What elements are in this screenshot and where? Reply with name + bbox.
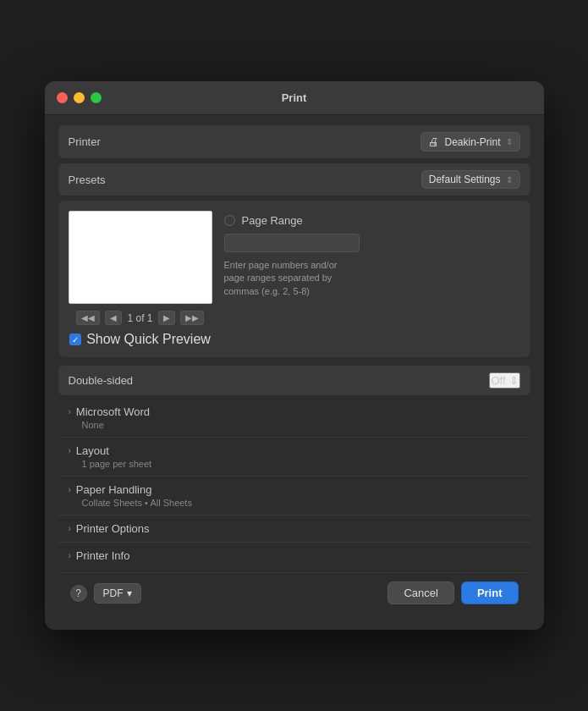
layout-section: › Layout 1 page per sheet bbox=[58, 438, 530, 477]
double-sided-label: Double-sided bbox=[69, 374, 134, 387]
quick-preview-checkbox[interactable]: ✓ bbox=[69, 333, 81, 345]
bottom-right: Cancel Print bbox=[387, 581, 518, 604]
printer-info-chevron-icon: › bbox=[69, 551, 71, 560]
microsoft-word-header[interactable]: › Microsoft Word bbox=[69, 405, 520, 418]
printer-options-chevron-icon: › bbox=[69, 524, 71, 533]
printer-options-header[interactable]: › Printer Options bbox=[69, 522, 520, 535]
printer-select[interactable]: 🖨 Deakin-Print ⇕ bbox=[420, 132, 519, 152]
preview-section: ◀◀ ◀ 1 of 1 ▶ ▶▶ ✓ Show Quick Preview Pa… bbox=[58, 201, 530, 357]
printer-label: Printer bbox=[69, 135, 101, 148]
titlebar: Print bbox=[45, 81, 544, 115]
printer-name: Deakin-Print bbox=[444, 136, 500, 148]
prev-page-button[interactable]: ◀ bbox=[105, 311, 122, 325]
microsoft-word-chevron-icon: › bbox=[69, 407, 71, 416]
microsoft-word-title: Microsoft Word bbox=[76, 405, 150, 418]
pdf-label: PDF bbox=[103, 587, 124, 599]
printer-info-header[interactable]: › Printer Info bbox=[69, 549, 520, 562]
printer-chevron-icon: ⇕ bbox=[506, 137, 513, 146]
presets-select[interactable]: Default Settings ⇕ bbox=[421, 170, 520, 189]
printer-info-section: › Printer Info bbox=[58, 543, 530, 569]
paper-handling-section: › Paper Handling Collate Sheets • All Sh… bbox=[58, 477, 530, 515]
paper-handling-sub: Collate Sheets • All Sheets bbox=[69, 498, 520, 508]
print-button[interactable]: Print bbox=[461, 581, 519, 604]
page-range-radio[interactable] bbox=[224, 215, 235, 226]
preview-right: Page Range Enter page numbers and/or pag… bbox=[224, 211, 360, 347]
page-nav: ◀◀ ◀ 1 of 1 ▶ ▶▶ bbox=[76, 311, 203, 325]
printer-icon: 🖨 bbox=[428, 135, 439, 148]
layout-title: Layout bbox=[76, 444, 109, 457]
dialog-content: Printer 🖨 Deakin-Print ⇕ Presets Default… bbox=[45, 115, 544, 630]
double-sided-value: Off bbox=[491, 374, 505, 387]
page-count: 1 of 1 bbox=[127, 312, 152, 324]
paper-handling-title: Paper Handling bbox=[76, 483, 152, 496]
page-preview-image bbox=[69, 211, 212, 304]
page-range-label: Page Range bbox=[242, 214, 303, 227]
layout-chevron-icon: › bbox=[69, 446, 71, 455]
close-button[interactable] bbox=[57, 92, 68, 103]
pdf-chevron-icon: ▾ bbox=[127, 587, 132, 599]
quick-preview-label: Show Quick Preview bbox=[86, 332, 211, 347]
pdf-button[interactable]: PDF ▾ bbox=[94, 583, 141, 604]
printer-info-title: Printer Info bbox=[76, 549, 130, 562]
cancel-button[interactable]: Cancel bbox=[387, 581, 453, 604]
page-range-hint: Enter page numbers and/or page ranges se… bbox=[224, 259, 360, 298]
window-title: Print bbox=[282, 91, 307, 104]
double-sided-chevron-icon: ⇕ bbox=[509, 374, 519, 387]
first-page-button[interactable]: ◀◀ bbox=[76, 311, 100, 325]
minimize-button[interactable] bbox=[74, 92, 85, 103]
traffic-lights bbox=[57, 92, 102, 103]
next-page-button[interactable]: ▶ bbox=[158, 311, 175, 325]
print-dialog: Print Printer 🖨 Deakin-Print ⇕ Presets D… bbox=[45, 81, 544, 630]
page-range-row: Page Range bbox=[224, 214, 360, 227]
help-button[interactable]: ? bbox=[70, 585, 87, 602]
preview-left: ◀◀ ◀ 1 of 1 ▶ ▶▶ ✓ Show Quick Preview bbox=[69, 211, 212, 347]
paper-handling-header[interactable]: › Paper Handling bbox=[69, 483, 520, 496]
page-range-input[interactable] bbox=[224, 234, 360, 252]
double-sided-row: Double-sided Off ⇕ bbox=[58, 366, 530, 395]
presets-row: Presets Default Settings ⇕ bbox=[58, 163, 530, 196]
printer-options-title: Printer Options bbox=[76, 522, 150, 535]
bottom-left: ? PDF ▾ bbox=[70, 583, 141, 604]
bottom-bar: ? PDF ▾ Cancel Print bbox=[58, 572, 530, 616]
layout-sub: 1 page per sheet bbox=[69, 459, 520, 469]
printer-options-section: › Printer Options bbox=[58, 515, 530, 543]
paper-handling-chevron-icon: › bbox=[69, 485, 71, 494]
presets-value: Default Settings bbox=[429, 174, 501, 185]
microsoft-word-section: › Microsoft Word None bbox=[58, 399, 530, 438]
expandable-sections: › Microsoft Word None › Layout 1 page pe… bbox=[58, 399, 530, 569]
microsoft-word-sub: None bbox=[69, 420, 520, 430]
presets-label: Presets bbox=[69, 174, 106, 186]
quick-preview-row: ✓ Show Quick Preview bbox=[69, 332, 211, 347]
presets-chevron-icon: ⇕ bbox=[506, 175, 513, 185]
layout-header[interactable]: › Layout bbox=[69, 444, 520, 457]
printer-row: Printer 🖨 Deakin-Print ⇕ bbox=[58, 125, 530, 158]
maximize-button[interactable] bbox=[91, 92, 102, 103]
double-sided-select[interactable]: Off ⇕ bbox=[489, 372, 519, 389]
last-page-button[interactable]: ▶▶ bbox=[180, 311, 204, 325]
